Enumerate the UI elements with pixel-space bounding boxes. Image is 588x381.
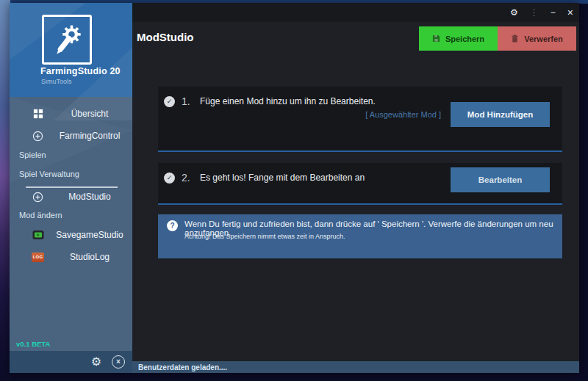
desktop: FarmingStudio 20 SimuTools Übersicht Far… xyxy=(0,0,588,381)
circle-plus-icon xyxy=(32,131,44,142)
step-2-row: 2. Es geht los! Fange mit dem Bearbeiten… xyxy=(164,172,365,184)
sidebar: FarmingStudio 20 SimuTools Übersicht Far… xyxy=(10,3,132,373)
gear-pencil-icon xyxy=(50,23,84,57)
edit-button[interactable]: Bearbeiten xyxy=(451,167,550,192)
sidebar-item-spiel-verwaltung[interactable]: Spiel Verwaltung xyxy=(10,165,132,183)
sidebar-item-label: Spiel Verwaltung xyxy=(19,170,79,178)
sidebar-item-label: StudioLog xyxy=(44,252,132,262)
sidebar-item-label: ModStudio xyxy=(44,192,132,202)
app-name: FarmingStudio 20 xyxy=(40,66,121,76)
step-number: 1. xyxy=(182,95,193,107)
step-2-card: 2. Es geht los! Fange mit dem Bearbeiten… xyxy=(158,163,562,205)
close-icon[interactable] xyxy=(567,7,573,18)
desktop-wallpaper-strip xyxy=(0,0,10,381)
discard-button[interactable]: Verwerfen xyxy=(498,26,576,51)
window-titlebar xyxy=(132,3,579,22)
discard-button-label: Verwerfen xyxy=(524,35,563,43)
sidebar-item-studiolog[interactable]: LOG StudioLog xyxy=(10,248,132,266)
log-icon: LOG xyxy=(32,253,44,262)
sidebar-item-label: Übersicht xyxy=(44,109,132,119)
check-icon xyxy=(164,173,175,184)
savegame-icon xyxy=(32,229,44,241)
status-bar: Benutzerdaten geladen.... xyxy=(132,361,579,373)
step-number: 2. xyxy=(182,172,193,184)
main-area: ModStudio Speichern Verwerfen 1. Füge ei… xyxy=(132,3,579,373)
sidebar-footer xyxy=(10,351,132,373)
grid-icon xyxy=(32,109,44,119)
minimize-icon[interactable] xyxy=(551,8,556,17)
selected-mod-label: [ Ausgewählter Mod ] xyxy=(365,110,441,119)
header-actions: Speichern Verwerfen xyxy=(419,26,576,51)
sidebar-item-savegamestudio[interactable]: SavegameStudio xyxy=(10,226,132,244)
sidebar-item-uebersicht[interactable]: Übersicht xyxy=(10,105,132,123)
sidebar-item-farmingcontrol[interactable]: FarmingControl xyxy=(10,127,132,145)
trash-icon xyxy=(511,35,519,43)
save-icon xyxy=(432,35,440,43)
info-box: Wenn Du fertig und zufrieden bist, dann … xyxy=(158,214,562,258)
version-label: v0.1 BETA xyxy=(16,340,50,348)
step-1-actions: [ Ausgewählter Mod ] Mod Hinzufügen xyxy=(365,102,550,127)
settings-gear-icon[interactable] xyxy=(91,356,101,368)
app-logo-area: FarmingStudio 20 SimuTools xyxy=(10,3,132,97)
app-subtitle: SimuTools xyxy=(41,78,72,85)
log-icon-badge: LOG xyxy=(32,253,44,262)
sidebar-item-spielen[interactable]: Spielen xyxy=(10,146,132,164)
step-1-card: 1. Füge einen Mod hinzu um ihn zu Bearbe… xyxy=(158,87,562,152)
save-button[interactable]: Speichern xyxy=(419,26,498,51)
sidebar-item-label: Mod ändern xyxy=(19,211,62,219)
save-button-label: Speichern xyxy=(445,35,484,43)
info-note: Achtung! Das Speichern nimmt etwas zeit … xyxy=(184,233,345,240)
circle-plus-icon xyxy=(32,192,44,203)
question-icon xyxy=(167,220,178,231)
step-text: Es geht los! Fange mit dem Bearbeiten an xyxy=(200,173,365,183)
page-title: ModStudio xyxy=(137,31,193,43)
step-text: Füge einen Mod hinzu um ihn zu Bearbeite… xyxy=(200,96,376,106)
app-logo xyxy=(42,15,92,65)
sidebar-item-label: FarmingControl xyxy=(44,131,132,141)
add-mod-button[interactable]: Mod Hinzufügen xyxy=(451,102,550,127)
sidebar-item-modstudio[interactable]: ModStudio xyxy=(10,188,132,206)
sidebar-item-label: SavegameStudio xyxy=(44,230,132,240)
sidebar-item-mod-aendern[interactable]: Mod ändern xyxy=(10,206,132,224)
sidebar-item-label: Spielen xyxy=(19,150,46,159)
titlebar-settings-icon[interactable] xyxy=(510,8,518,17)
titlebar-more-icon[interactable] xyxy=(530,8,539,17)
status-text: Benutzerdaten geladen.... xyxy=(138,363,227,371)
check-icon xyxy=(164,96,175,107)
app-window: FarmingStudio 20 SimuTools Übersicht Far… xyxy=(10,3,579,373)
exit-icon[interactable] xyxy=(112,355,125,369)
step-1-row: 1. Füge einen Mod hinzu um ihn zu Bearbe… xyxy=(164,95,376,107)
